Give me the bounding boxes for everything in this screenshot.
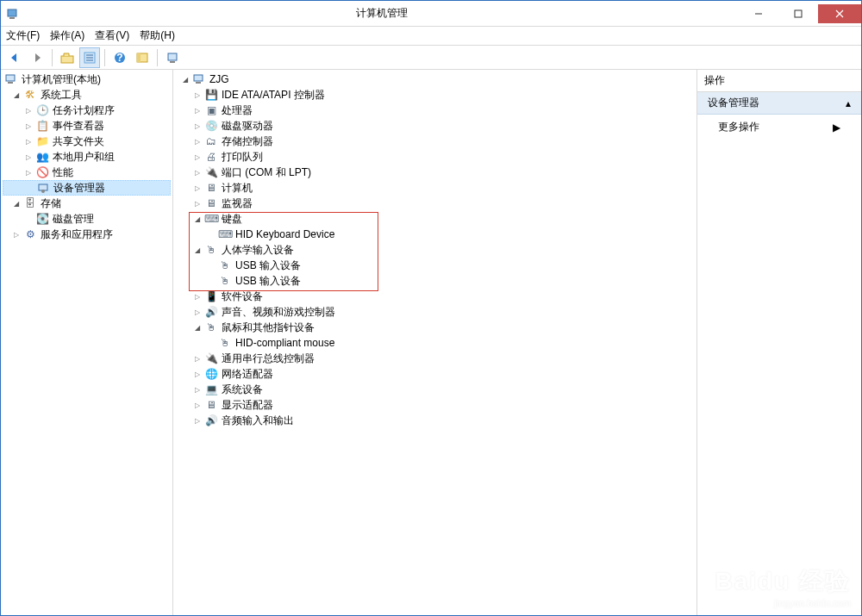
expand-toggle[interactable] <box>192 167 203 177</box>
menu-action[interactable]: 操作(A) <box>50 28 84 43</box>
expand-toggle[interactable] <box>192 307 203 317</box>
expand-toggle[interactable] <box>11 90 22 100</box>
storage-icon: 🗄 <box>23 196 37 210</box>
device-dvd[interactable]: 💿磁盘驱动器 <box>175 118 695 134</box>
maximize-button[interactable] <box>778 4 818 23</box>
device-cpu[interactable]: ▣处理器 <box>175 103 695 118</box>
menubar: 文件(F) 操作(A) 查看(V) 帮助(H) <box>1 27 861 46</box>
actions-section-device-mgr[interactable]: 设备管理器 ▴ <box>697 92 861 115</box>
expand-toggle[interactable] <box>23 105 34 115</box>
expand-toggle[interactable] <box>192 121 203 131</box>
tree-local-users[interactable]: 👥 本地用户和组 <box>3 149 171 165</box>
keyboard-icon: ⌨ <box>204 212 218 226</box>
device-print-queue[interactable]: 🖨打印队列 <box>175 149 695 165</box>
device-software[interactable]: 📱软件设备 <box>175 289 695 304</box>
expand-toggle[interactable] <box>192 369 203 379</box>
tree-services-apps[interactable]: ⚙ 服务和应用程序 <box>3 227 171 242</box>
close-button[interactable] <box>818 4 861 23</box>
device-ide[interactable]: 💾IDE ATA/ATAPI 控制器 <box>175 87 695 103</box>
devmgr-button[interactable] <box>162 47 183 68</box>
tree-performance[interactable]: 🚫 性能 <box>3 165 171 180</box>
expand-toggle[interactable] <box>23 121 34 131</box>
clock-icon: 🕒 <box>35 103 49 117</box>
device-sys-devices[interactable]: 💻系统设备 <box>175 382 695 397</box>
expand-toggle[interactable] <box>23 167 34 177</box>
tree-system-tools[interactable]: 🛠 系统工具 <box>3 87 171 103</box>
expand-toggle[interactable] <box>23 136 34 146</box>
tree-label: 通用串行总线控制器 <box>220 352 316 366</box>
expand-toggle[interactable] <box>192 400 203 410</box>
titlebar: 计算机管理 <box>1 1 861 27</box>
menu-help[interactable]: 帮助(H) <box>140 28 175 43</box>
tree-label: 事件查看器 <box>51 119 106 134</box>
device-usb-controller[interactable]: 🔌通用串行总线控制器 <box>175 351 695 366</box>
device-usb-input1[interactable]: 🖱USB 输入设备 <box>175 258 695 273</box>
device-hid-mouse[interactable]: 🖱HID-compliant mouse <box>175 335 695 351</box>
menu-file[interactable]: 文件(F) <box>6 28 40 43</box>
expand-toggle[interactable] <box>192 136 203 146</box>
expand-toggle[interactable] <box>11 198 22 208</box>
device-ports[interactable]: 🔌端口 (COM 和 LPT) <box>175 165 695 180</box>
tree-storage[interactable]: 🗄 存储 <box>3 196 171 211</box>
device-hid-keyboard[interactable]: ⌨HID Keyboard Device <box>175 227 695 242</box>
device-network[interactable]: 🌐网络适配器 <box>175 366 695 382</box>
svg-rect-19 <box>39 184 47 190</box>
tree-label: 鼠标和其他指针设备 <box>220 320 316 335</box>
expand-toggle[interactable] <box>23 152 34 162</box>
expand-toggle[interactable] <box>192 353 203 364</box>
forward-button[interactable] <box>27 47 47 68</box>
usb-icon: 🖱 <box>218 258 232 272</box>
expand-toggle[interactable] <box>192 291 203 302</box>
menu-view[interactable]: 查看(V) <box>95 28 129 43</box>
device-tree-pane[interactable]: ZJG 💾IDE ATA/ATAPI 控制器 ▣处理器 💿磁盘驱动器 🗂存储控制… <box>173 70 697 615</box>
computer-icon <box>192 72 206 86</box>
left-tree-pane[interactable]: 计算机管理(本地) 🛠 系统工具 🕒 任务计划程序 📋 事件查看器 <box>1 70 173 615</box>
tree-root-computer-mgmt[interactable]: 计算机管理(本地) <box>3 72 171 87</box>
expand-toggle[interactable] <box>192 198 203 208</box>
more-actions-item[interactable]: 更多操作 ▶ <box>697 115 861 140</box>
computer-icon: 🖥 <box>204 181 218 195</box>
minimize-button[interactable] <box>739 4 778 23</box>
device-mouse[interactable]: 🖱鼠标和其他指针设备 <box>175 320 695 335</box>
back-button[interactable] <box>4 47 25 68</box>
tree-label: 计算机 <box>220 181 254 196</box>
device-display[interactable]: 🖥显示适配器 <box>175 397 695 413</box>
props-button[interactable] <box>79 47 100 68</box>
expand-toggle[interactable] <box>192 214 203 224</box>
svg-rect-21 <box>194 75 203 81</box>
expand-toggle[interactable] <box>192 415 203 426</box>
device-storage-ctrl[interactable]: 🗂存储控制器 <box>175 134 695 149</box>
ports-icon: 🔌 <box>204 165 218 179</box>
tree-label: IDE ATA/ATAPI 控制器 <box>220 88 327 103</box>
show-pane-button[interactable] <box>132 47 153 68</box>
tree-shared-folders[interactable]: 📁 共享文件夹 <box>3 134 171 149</box>
expand-toggle[interactable] <box>192 105 203 115</box>
expand-toggle[interactable] <box>192 152 203 162</box>
tree-event-viewer[interactable]: 📋 事件查看器 <box>3 118 171 134</box>
help-button[interactable]: ? <box>109 47 130 68</box>
tree-device-manager[interactable]: 设备管理器 <box>3 180 171 196</box>
device-keyboard[interactable]: ⌨键盘 <box>175 211 695 227</box>
cpu-icon: ▣ <box>204 103 218 117</box>
device-usb-input2[interactable]: 🖱USB 输入设备 <box>175 273 695 289</box>
expand-toggle[interactable] <box>11 229 22 240</box>
expand-toggle[interactable] <box>192 183 203 193</box>
keyboard-icon: ⌨ <box>218 227 232 241</box>
device-hid[interactable]: 🖱人体学输入设备 <box>175 242 695 258</box>
expand-toggle[interactable] <box>180 74 191 84</box>
device-sound[interactable]: 🔊声音、视频和游戏控制器 <box>175 304 695 320</box>
expand-toggle[interactable] <box>192 384 203 395</box>
expand-toggle[interactable] <box>192 322 203 333</box>
section-label: 设备管理器 <box>708 96 759 110</box>
up-button[interactable] <box>57 47 78 68</box>
tree-disk-mgmt[interactable]: 💽 磁盘管理 <box>3 211 171 227</box>
item-label: 更多操作 <box>718 120 759 134</box>
expand-toggle[interactable] <box>192 90 203 100</box>
device-root[interactable]: ZJG <box>175 72 695 87</box>
device-monitor[interactable]: 🖥监视器 <box>175 196 695 211</box>
expand-toggle[interactable] <box>192 245 203 255</box>
usb-icon: 🖱 <box>218 274 232 288</box>
device-computer[interactable]: 🖥计算机 <box>175 180 695 196</box>
device-audio-io[interactable]: 🔊音频输入和输出 <box>175 413 695 428</box>
tree-task-scheduler[interactable]: 🕒 任务计划程序 <box>3 103 171 118</box>
